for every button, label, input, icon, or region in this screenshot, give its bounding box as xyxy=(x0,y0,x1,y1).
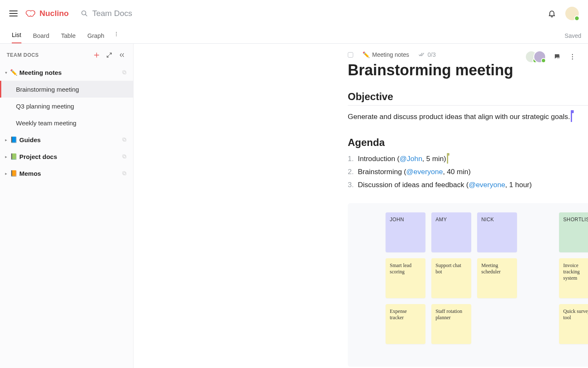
tasks-progress[interactable]: 0/3 xyxy=(418,51,436,58)
checkbox-icon[interactable] xyxy=(348,52,353,58)
objective-text-content: Generate and discuss product ideas that … xyxy=(348,113,570,121)
book-blue-icon: 📘 xyxy=(9,136,18,143)
svg-point-2 xyxy=(116,32,117,33)
agenda-item[interactable]: Discussion of ideas and feedback (@every… xyxy=(348,179,588,192)
menu-icon[interactable] xyxy=(9,11,18,16)
agenda-item[interactable]: Introduction (@John, 5 min) xyxy=(348,153,588,166)
search-icon xyxy=(81,10,88,17)
copy-icon[interactable] xyxy=(121,137,127,143)
tab-list[interactable]: List xyxy=(12,32,21,43)
book-green-icon: 📗 xyxy=(9,153,18,160)
objective-text[interactable]: Generate and discuss product ideas that … xyxy=(348,111,588,122)
search-placeholder: Team Docs xyxy=(92,9,132,18)
canvas-sticky[interactable]: Meeting scheduler xyxy=(477,258,517,298)
sidebar-item-label: Meeting notes xyxy=(19,69,121,76)
sidebar-item-label: Project docs xyxy=(19,153,121,160)
collaborator-cursor-olive xyxy=(447,155,448,164)
svg-rect-7 xyxy=(123,139,126,141)
svg-rect-5 xyxy=(123,71,126,74)
chevron-right-icon: ▸ xyxy=(3,154,8,159)
canvas-sticky[interactable]: Invoice tracking system xyxy=(559,258,588,298)
canvas-sticky[interactable]: Support chat bot xyxy=(431,258,471,298)
save-status: Saved xyxy=(564,32,581,43)
page-title[interactable]: Brainstorming meeting xyxy=(348,61,588,79)
copy-icon[interactable] xyxy=(121,154,127,159)
agenda-list[interactable]: Introduction (@John, 5 min) Brainstormin… xyxy=(348,153,588,191)
brand-logo[interactable]: Nuclino xyxy=(25,8,69,19)
tab-table[interactable]: Table xyxy=(61,32,76,43)
canvas-shortlist-header[interactable]: SHORTLIST xyxy=(559,212,588,252)
collapse-sidebar-icon[interactable] xyxy=(117,50,126,60)
collaborator-cursor-purple xyxy=(571,113,572,122)
canvas-sticky[interactable]: Smart lead scoring xyxy=(386,258,425,298)
chevron-down-icon: ▾ xyxy=(3,70,8,75)
sidebar-item-project-docs[interactable]: ▸ 📗 Project docs xyxy=(0,148,133,165)
pencil-icon: ✏️ xyxy=(362,51,370,58)
sidebar-sub-label: Q3 planning meeting xyxy=(16,103,74,110)
chevron-right-icon: ▸ xyxy=(3,171,8,176)
mention[interactable]: @John xyxy=(399,155,422,163)
tab-more-icon[interactable] xyxy=(113,31,119,43)
svg-point-3 xyxy=(116,34,117,34)
canvas-embed[interactable]: CANVAS JOHN AMY NICK SHORTLIST Smart lea… xyxy=(348,203,588,367)
sidebar-item-meeting-notes[interactable]: ▾ ✏️ Meeting notes xyxy=(0,64,133,81)
canvas-header-note[interactable]: AMY xyxy=(431,212,471,252)
objective-heading: Objective xyxy=(348,91,588,103)
sidebar: TEAM DOCS ▾ ✏️ Meeting notes Brainstormi… xyxy=(0,44,134,368)
sidebar-sub-label: Brainstorming meeting xyxy=(16,86,79,93)
add-page-button[interactable] xyxy=(92,50,101,60)
canvas-header-note[interactable]: JOHN xyxy=(386,212,425,252)
sidebar-sub-q3-planning[interactable]: Q3 planning meeting xyxy=(0,98,133,114)
sidebar-title: TEAM DOCS xyxy=(7,52,89,58)
book-orange-icon: 📙 xyxy=(9,170,18,177)
breadcrumb-label: Meeting notes xyxy=(372,51,409,58)
svg-rect-6 xyxy=(123,71,125,73)
brain-icon xyxy=(25,8,37,19)
canvas-sticky[interactable]: Staff rotation planner xyxy=(431,304,471,344)
tab-graph[interactable]: Graph xyxy=(87,32,104,43)
svg-rect-8 xyxy=(123,138,125,140)
sidebar-item-label: Memos xyxy=(19,170,121,177)
sidebar-item-guides[interactable]: ▸ 📘 Guides xyxy=(0,131,133,148)
sidebar-item-label: Guides xyxy=(19,136,121,143)
breadcrumb[interactable]: ✏️ Meeting notes xyxy=(362,51,409,58)
canvas-sticky[interactable]: Quick survey tool xyxy=(559,304,588,344)
search[interactable]: Team Docs xyxy=(81,9,132,18)
current-user-avatar[interactable] xyxy=(565,7,579,20)
brand-name: Nuclino xyxy=(39,9,69,18)
sidebar-sub-brainstorming[interactable]: Brainstorming meeting xyxy=(0,81,133,98)
svg-rect-10 xyxy=(123,155,125,157)
agenda-heading: Agenda xyxy=(348,137,588,148)
svg-point-4 xyxy=(116,35,117,36)
mention[interactable]: @everyone xyxy=(469,181,505,189)
chevron-right-icon: ▸ xyxy=(3,138,8,142)
svg-rect-9 xyxy=(123,156,126,158)
svg-rect-12 xyxy=(123,172,125,174)
double-check-icon xyxy=(418,52,425,57)
expand-icon[interactable] xyxy=(105,50,114,60)
sidebar-sub-weekly-team[interactable]: Weekly team meeting xyxy=(0,114,133,131)
tasks-progress-text: 0/3 xyxy=(428,51,436,58)
mention[interactable]: @everyone xyxy=(406,168,443,176)
notifications-icon[interactable] xyxy=(548,9,556,18)
pencil-icon: ✏️ xyxy=(9,69,18,76)
copy-icon[interactable] xyxy=(121,170,127,176)
canvas-sticky[interactable]: Expense tracker xyxy=(386,304,425,344)
svg-rect-11 xyxy=(123,172,126,175)
svg-line-1 xyxy=(85,14,87,16)
canvas-header-note[interactable]: NICK xyxy=(477,212,517,252)
copy-icon[interactable] xyxy=(121,69,127,75)
agenda-item[interactable]: Brainstorming (@everyone, 40 min) xyxy=(348,166,588,179)
sidebar-item-memos[interactable]: ▸ 📙 Memos xyxy=(0,165,133,182)
sidebar-sub-label: Weekly team meeting xyxy=(16,119,76,127)
tab-board[interactable]: Board xyxy=(33,32,50,43)
